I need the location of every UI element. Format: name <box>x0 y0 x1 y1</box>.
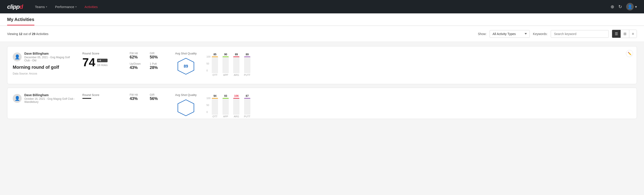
bar-group-arg: 106 ARG <box>233 94 240 118</box>
nav-item-activities[interactable]: Activities <box>82 3 101 10</box>
navbar: clippd Teams ▾ Performance ▾ Activities … <box>0 0 644 14</box>
bar-chart-section: 100 50 0 85 OTT 90 <box>206 52 631 78</box>
bar-group-app: 93 APP <box>222 94 229 118</box>
stat-item: Up/Down 43% <box>130 62 145 70</box>
nav-item-performance[interactable]: Performance ▾ <box>52 3 80 10</box>
stat-name: FW Hit <box>130 93 145 96</box>
bar-value-app: 93 <box>224 94 227 98</box>
chevron-down-icon: ▾ <box>46 6 47 8</box>
bar-value-putt: 89 <box>246 53 248 56</box>
data-source: Data Source: Arccos <box>13 72 75 75</box>
stat-item: FW Hit 62% <box>130 52 145 60</box>
logo[interactable]: clippd <box>7 3 23 10</box>
viewing-number: 12 <box>19 32 22 36</box>
bar-container-app <box>222 56 229 73</box>
bar-label-arg: ARG <box>234 74 239 76</box>
bar-container-arg <box>233 98 240 115</box>
bar-label-app: APP <box>223 74 228 76</box>
score-holes: 18 Holes <box>97 64 108 67</box>
bar-accent-putt <box>244 56 250 57</box>
add-button[interactable]: ⊕ <box>610 4 614 9</box>
round-score: Round Score 74 +4 18 Holes <box>82 52 122 68</box>
bar-container-ott <box>212 56 218 73</box>
quality-label: Avg Shot Quality <box>175 93 197 96</box>
logo-text: clippd <box>7 3 23 10</box>
bar-container-ott <box>212 98 218 115</box>
bar-value-putt: 87 <box>246 94 248 98</box>
user-menu[interactable]: 👤 ▾ <box>626 3 637 10</box>
stat-name: 1 Putt <box>150 62 165 65</box>
avatar: 👤 <box>13 94 22 103</box>
hexagon-chart: 89 <box>177 57 195 75</box>
viewing-count: Viewing 12 out of 29 Activities <box>7 32 474 36</box>
card-stats: FW Hit 43% GIR 56% <box>130 93 165 101</box>
viewing-prefix: Viewing <box>7 32 19 36</box>
viewing-total: 29 <box>32 32 36 36</box>
user-name: Dave Billingham <box>24 52 75 55</box>
y-label-100: 100 <box>206 97 210 100</box>
y-label-50: 50 <box>206 62 210 65</box>
edit-button[interactable]: ✏️ <box>626 50 633 57</box>
score-badge: +4 <box>97 59 108 62</box>
user-date: December 05, 2021 - Gog Magog Golf Club … <box>24 56 75 62</box>
stat-name: GIR <box>150 93 165 96</box>
hexagon-score: 89 <box>184 64 188 68</box>
list-compact-view-button[interactable]: ☰ <box>612 30 621 38</box>
bar-container-putt <box>244 56 250 73</box>
bar-accent-arg <box>233 56 240 57</box>
bar-group-app: 90 APP <box>222 53 229 76</box>
bar-accent-app <box>222 56 229 57</box>
stat-name: Up/Down <box>130 62 145 65</box>
bar-accent-putt <box>244 98 250 98</box>
stat-item: GIR 56% <box>150 93 165 101</box>
y-label-100: 100 <box>206 55 210 58</box>
bar-group-putt: 89 PUTT <box>244 53 250 76</box>
bar-group-putt: 87 PUTT <box>244 94 250 118</box>
bar-value-ott: 94 <box>214 94 216 98</box>
activity-card: 👤 Dave Billingham October 16, 2021 - Gog… <box>7 88 637 119</box>
viewing-suffix: Activities <box>36 32 48 36</box>
bar-label-ott: OTT <box>212 115 217 118</box>
search-input[interactable] <box>551 30 609 38</box>
bar-label-ott: OTT <box>212 74 217 76</box>
score-label: Round Score <box>82 93 122 96</box>
svg-marker-1 <box>178 100 194 116</box>
nav-label-teams: Teams <box>35 5 45 9</box>
stat-value: 43% <box>130 65 145 70</box>
bar-accent-ott <box>212 56 218 57</box>
page-title: My Activities <box>7 17 34 26</box>
card-user: 👤 Dave Billingham December 05, 2021 - Go… <box>13 52 75 62</box>
bar-chart-section: 100 50 0 94 OTT 93 <box>206 93 631 119</box>
grid-view-button[interactable]: ⊞ <box>621 30 629 38</box>
bar-label-putt: PUTT <box>244 74 250 76</box>
user-name: Dave Billingham <box>24 93 75 97</box>
list-detail-view-button[interactable]: ≡ <box>629 30 637 38</box>
page-header: My Activities <box>0 14 644 26</box>
main-content: ✏️ 👤 Dave Billingham December 05, 2021 -… <box>0 42 644 127</box>
bar-value-ott: 85 <box>214 53 216 56</box>
nav-right: ⊕ ↻ 👤 ▾ <box>610 3 637 10</box>
activity-card: ✏️ 👤 Dave Billingham December 05, 2021 -… <box>7 46 637 84</box>
stat-item: GIR 50% <box>150 52 165 60</box>
refresh-button[interactable]: ↻ <box>618 4 622 9</box>
card-user: 👤 Dave Billingham October 16, 2021 - Gog… <box>13 93 75 104</box>
bar-container-putt <box>244 98 250 115</box>
bar-accent-ott <box>212 98 218 98</box>
score-dash <box>82 98 91 99</box>
stat-grid: FW Hit 62% GIR 50% Up/Down 43% 1 Putt 28… <box>130 52 165 70</box>
bar-label-putt: PUTT <box>244 115 250 118</box>
y-label-50: 50 <box>206 104 210 106</box>
stat-item: FW Hit 43% <box>130 93 145 101</box>
bar-label-app: APP <box>223 115 228 118</box>
score-number: 74 <box>82 56 95 68</box>
stat-item: 1 Putt 28% <box>150 62 165 70</box>
nav-item-teams[interactable]: Teams ▾ <box>32 3 50 10</box>
filter-bar: Viewing 12 out of 29 Activities Show: Al… <box>0 26 644 42</box>
activity-type-select[interactable]: All Activity Types Round Practice <box>490 30 530 38</box>
bar-group-ott: 85 OTT <box>212 53 218 76</box>
stat-name: FW Hit <box>130 52 145 55</box>
nav-label-performance: Performance <box>55 5 74 9</box>
y-label-0: 0 <box>206 111 210 113</box>
card-left: 👤 Dave Billingham October 16, 2021 - Gog… <box>13 93 75 106</box>
stat-value: 28% <box>150 65 165 70</box>
